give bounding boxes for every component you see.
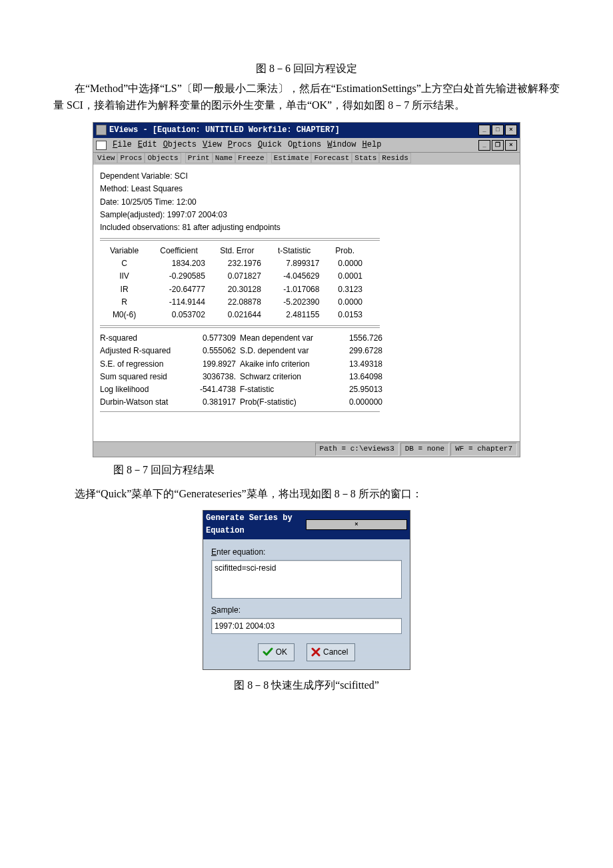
sample-label: Sample: bbox=[211, 604, 402, 617]
table-row: R-114.914422.08878-5.2023900.0000 bbox=[100, 296, 366, 309]
table-cell: 1834.203 bbox=[149, 257, 209, 270]
child-close-button[interactable]: × bbox=[505, 140, 517, 151]
stat-value: 13.49318 bbox=[340, 358, 386, 371]
stat-value: 25.95013 bbox=[340, 383, 386, 396]
toolbar-objects[interactable]: Objects bbox=[145, 153, 181, 163]
table-cell: 2.481155 bbox=[265, 309, 324, 321]
statusbar: Path = c:\eviews3 DB = none WF = chapter… bbox=[93, 441, 520, 457]
col-variable: Variable bbox=[100, 245, 149, 257]
stat-label: S.E. of regression bbox=[100, 358, 193, 371]
separator bbox=[100, 238, 380, 241]
stat-value: 0.577309 bbox=[193, 332, 240, 345]
output-header: Dependent Variable: SCI Method: Least Sq… bbox=[100, 170, 513, 234]
stat-label: Adjusted R-squared bbox=[100, 345, 193, 357]
table-cell: -114.9144 bbox=[149, 296, 209, 309]
window-title: EViews - [Equation: UNTITLED Workfile: C… bbox=[109, 124, 478, 137]
stat-value: 299.6728 bbox=[340, 345, 386, 357]
cross-icon bbox=[311, 647, 320, 657]
table-cell: 0.071827 bbox=[209, 270, 265, 283]
stat-label: Akaike info criterion bbox=[240, 358, 340, 371]
generate-series-dialog: Generate Series by Equation × Enter equa… bbox=[203, 510, 410, 670]
col-coefficient: Coefficient bbox=[149, 245, 209, 257]
table-cell: 0.021644 bbox=[209, 309, 265, 321]
table-row: IR-20.6477720.30128-1.0170680.3123 bbox=[100, 283, 366, 296]
header-line: Dependent Variable: SCI bbox=[100, 170, 513, 183]
stat-label: Mean dependent var bbox=[240, 332, 340, 345]
coefficients-table: Variable Coefficient Std. Error t-Statis… bbox=[100, 245, 366, 321]
table-row: C1834.203232.19767.8993170.0000 bbox=[100, 257, 366, 270]
menu-quick[interactable]: Quick bbox=[258, 139, 282, 151]
table-cell: 232.1976 bbox=[209, 257, 265, 270]
stat-label: F-statistic bbox=[240, 383, 340, 396]
table-cell: -1.017068 bbox=[265, 283, 324, 296]
toolbar-resids[interactable]: Resids bbox=[379, 153, 411, 163]
table-cell: -4.045629 bbox=[265, 270, 324, 283]
stat-label: Durbin-Watson stat bbox=[100, 396, 193, 409]
toolbar-print[interactable]: Print bbox=[185, 153, 213, 163]
stat-value: -541.4738 bbox=[193, 383, 240, 396]
child-minimize-button[interactable]: _ bbox=[478, 140, 490, 151]
menu-window[interactable]: Window bbox=[327, 139, 356, 151]
table-row: IIV-0.2905850.071827-4.0456290.0001 bbox=[100, 270, 366, 283]
sample-input[interactable]: 1997:01 2004:03 bbox=[211, 618, 402, 634]
toolbar-view[interactable]: View bbox=[95, 153, 117, 163]
table-cell: -0.290585 bbox=[149, 270, 209, 283]
toolbar-freeze[interactable]: Freeze bbox=[235, 153, 267, 163]
menu-options[interactable]: Options bbox=[288, 139, 321, 151]
menu-edit[interactable]: Edit bbox=[138, 139, 157, 151]
table-cell: 20.30128 bbox=[209, 283, 265, 296]
doc-icon bbox=[96, 141, 107, 150]
toolbar-procs[interactable]: Procs bbox=[117, 153, 145, 163]
table-cell: 0.3123 bbox=[323, 283, 366, 296]
table-cell: 0.0000 bbox=[323, 257, 366, 270]
minimize-button[interactable]: _ bbox=[478, 125, 490, 135]
stat-label: S.D. dependent var bbox=[240, 345, 340, 357]
stat-value: 0.381917 bbox=[193, 396, 240, 409]
menu-file[interactable]: File bbox=[113, 139, 132, 151]
header-line: Method: Least Squares bbox=[100, 183, 513, 195]
menu-objects[interactable]: Objects bbox=[163, 139, 197, 151]
menu-view[interactable]: View bbox=[203, 139, 222, 151]
table-cell: 0.0000 bbox=[323, 296, 366, 309]
close-button[interactable]: × bbox=[505, 125, 517, 135]
caption-bottom: 图 8－8 快速生成序列“scifitted” bbox=[53, 677, 560, 694]
app-icon bbox=[96, 125, 107, 135]
table-cell: R bbox=[100, 296, 149, 309]
dialog-close-button[interactable]: × bbox=[306, 519, 407, 530]
table-header-row: Variable Coefficient Std. Error t-Statis… bbox=[100, 245, 366, 257]
eviews-window: EViews - [Equation: UNTITLED Workfile: C… bbox=[93, 122, 520, 457]
stat-value: 1556.726 bbox=[340, 332, 386, 345]
cancel-button[interactable]: Cancel bbox=[306, 643, 355, 661]
menu-help[interactable]: Help bbox=[362, 139, 382, 151]
child-restore-button[interactable]: ❐ bbox=[492, 140, 504, 151]
separator bbox=[100, 411, 380, 412]
toolbar-stats[interactable]: Stats bbox=[352, 153, 379, 163]
table-cell: IR bbox=[100, 283, 149, 296]
stat-label: Sum squared resid bbox=[100, 371, 193, 383]
table-cell: -5.202390 bbox=[265, 296, 324, 309]
toolbar-estimate[interactable]: Estimate bbox=[271, 153, 312, 163]
toolbar-forecast[interactable]: Forecast bbox=[311, 153, 352, 163]
menu-procs[interactable]: Procs bbox=[228, 139, 252, 151]
cancel-label: Cancel bbox=[323, 646, 348, 659]
header-line: Included observations: 81 after adjustin… bbox=[100, 221, 513, 234]
regression-output: Dependent Variable: SCI Method: Least Sq… bbox=[93, 165, 520, 441]
titlebar: EViews - [Equation: UNTITLED Workfile: C… bbox=[93, 123, 520, 138]
equation-input[interactable]: scifitted=sci-resid bbox=[211, 560, 402, 599]
caption-mid: 图 8－7 回回方程结果 bbox=[113, 461, 560, 479]
table-cell: 0.0153 bbox=[323, 309, 366, 321]
toolbar-name[interactable]: Name bbox=[213, 153, 235, 163]
summary-stats: R-squared0.577309Mean dependent var1556.… bbox=[100, 332, 380, 409]
toolbar: View Procs Objects Print Name Freeze Est… bbox=[93, 153, 520, 165]
stat-value: 13.64098 bbox=[340, 371, 386, 383]
stat-label: Log likelihood bbox=[100, 383, 193, 396]
maximize-button[interactable]: □ bbox=[492, 125, 504, 135]
separator bbox=[100, 325, 380, 328]
table-row: M0(-6)0.0537020.0216442.4811550.0153 bbox=[100, 309, 366, 321]
table-cell: 7.899317 bbox=[265, 257, 324, 270]
col-prob: Prob. bbox=[323, 245, 366, 257]
table-cell: -20.64777 bbox=[149, 283, 209, 296]
table-cell: C bbox=[100, 257, 149, 270]
ok-button[interactable]: OK bbox=[258, 643, 295, 661]
stat-label: Schwarz criterion bbox=[240, 371, 340, 383]
